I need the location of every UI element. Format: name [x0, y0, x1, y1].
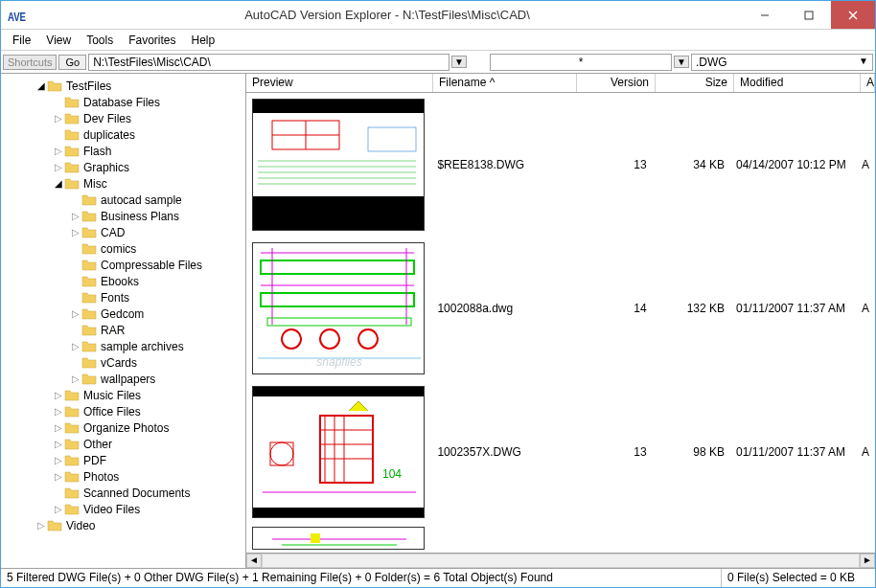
scroll-left-arrow[interactable]: ◄ [246, 554, 262, 568]
expand-arrow-icon[interactable]: ▷ [53, 455, 64, 465]
folder-icon [64, 145, 80, 158]
tree-item[interactable]: Compressable Files [1, 257, 245, 273]
path-input[interactable] [88, 54, 450, 71]
list-header: Preview Filename ^ Version Size Modified… [246, 74, 875, 93]
cell-size: 34 KB [653, 156, 730, 173]
status-selection: 0 File(s) Selected = 0 KB [722, 569, 875, 587]
tree-item[interactable]: ▷Other [1, 436, 245, 452]
app-icon: AVE [5, 8, 32, 23]
expand-arrow-icon[interactable]: ▷ [53, 406, 64, 417]
menu-favorites[interactable]: Favorites [121, 32, 183, 49]
menu-file[interactable]: File [5, 32, 38, 49]
expand-arrow-icon[interactable]: ◢ [35, 80, 47, 91]
cell-size: 98 KB [653, 443, 730, 461]
tree-item[interactable]: ▷Office Files [1, 403, 245, 419]
expand-arrow-icon[interactable]: ▷ [53, 113, 64, 124]
tree-item[interactable]: ▷Gedcom [1, 305, 245, 322]
menu-tools[interactable]: Tools [79, 32, 121, 49]
expand-arrow-icon[interactable]: ▷ [70, 308, 81, 319]
expand-arrow-icon[interactable]: ▷ [53, 439, 64, 449]
shortcuts-button[interactable]: Shortcuts [3, 55, 57, 70]
maximize-button[interactable] [787, 1, 831, 29]
filter-input[interactable] [490, 54, 672, 71]
tree-item[interactable]: ▷Video [1, 517, 245, 533]
col-version[interactable]: Version [577, 74, 656, 92]
file-row[interactable]: 1041002357X.DWG1398 KB01/11/2007 11:37 A… [246, 380, 875, 524]
expand-arrow-icon[interactable]: ▷ [53, 504, 64, 514]
tree-item[interactable]: RAR [1, 322, 245, 338]
tree-item[interactable]: ▷Organize Photos [1, 419, 245, 436]
cell-filename: 1002357X.DWG [431, 443, 574, 461]
tree-item[interactable]: ▷Music Files [1, 387, 245, 403]
menu-help[interactable]: Help [184, 32, 223, 49]
tree-item[interactable]: ▷Flash [1, 143, 245, 159]
tree-item[interactable]: ▷PDF [1, 452, 245, 468]
menubar: File View Tools Favorites Help [1, 30, 875, 51]
expand-arrow-icon[interactable]: ▷ [70, 341, 81, 351]
tree-item[interactable]: Scanned Documents [1, 485, 245, 501]
col-filename[interactable]: Filename ^ [433, 74, 577, 92]
scroll-right-arrow[interactable]: ► [860, 554, 875, 568]
tree-item[interactable]: duplicates [1, 126, 245, 143]
path-dropdown-arrow[interactable]: ▼ [451, 56, 467, 68]
svg-point-21 [320, 329, 339, 349]
tree-item[interactable]: ▷Business Plans [1, 208, 245, 224]
tree-item[interactable]: ▷Dev Files [1, 110, 245, 126]
list-body[interactable]: $REE8138.DWG1334 KB04/14/2007 10:12 PMAs… [246, 93, 875, 553]
file-row[interactable] [246, 524, 875, 553]
folder-icon [81, 210, 97, 223]
expand-arrow-icon[interactable]: ◢ [53, 178, 64, 189]
folder-tree[interactable]: ◢TestFilesDatabase Files▷Dev Filesduplic… [1, 74, 246, 568]
tree-item[interactable]: autocad sample [1, 192, 245, 208]
extension-dropdown[interactable]: .DWG ▼ [691, 54, 873, 71]
folder-icon [64, 438, 80, 451]
titlebar[interactable]: AVE AutoCAD Version Explorer - N:\TestFi… [1, 1, 875, 30]
expand-arrow-icon[interactable]: ▷ [53, 146, 64, 156]
tree-label: Organize Photos [81, 421, 169, 435]
file-list-pane: Preview Filename ^ Version Size Modified… [246, 74, 875, 568]
tree-item[interactable]: ▷CAD [1, 224, 245, 240]
tree-item[interactable]: ▷wallpapers [1, 371, 245, 387]
folder-icon [81, 242, 97, 256]
col-attributes[interactable]: Attribut [861, 74, 875, 92]
expand-arrow-icon[interactable]: ▷ [70, 227, 81, 237]
expand-arrow-icon[interactable]: ▷ [70, 373, 81, 384]
tree-item[interactable]: vCards [1, 354, 245, 371]
close-button[interactable] [831, 1, 875, 29]
expand-arrow-icon[interactable]: ▷ [53, 390, 64, 400]
expand-arrow-icon[interactable]: ▷ [70, 211, 81, 221]
go-button[interactable]: Go [58, 55, 86, 70]
tree-item[interactable]: ▷Video Files [1, 501, 245, 517]
tree-item[interactable]: comics [1, 240, 245, 257]
col-size[interactable]: Size [656, 74, 734, 92]
filter-dropdown-arrow[interactable]: ▼ [674, 56, 689, 68]
svg-text:snapfiles: snapfiles [316, 355, 361, 369]
scroll-track[interactable] [262, 554, 860, 568]
file-row[interactable]: $REE8138.DWG1334 KB04/14/2007 10:12 PMA [246, 93, 875, 237]
svg-rect-14 [261, 260, 414, 274]
tree-item[interactable]: ◢TestFiles [1, 78, 245, 94]
expand-arrow-icon[interactable]: ▷ [53, 162, 64, 172]
col-preview[interactable]: Preview [246, 74, 433, 92]
cell-attributes: A [856, 156, 875, 173]
expand-arrow-icon[interactable]: ▷ [35, 520, 47, 531]
tree-item[interactable]: Fonts [1, 289, 245, 305]
expand-arrow-icon[interactable]: ▷ [53, 471, 64, 482]
col-modified[interactable]: Modified [734, 74, 861, 92]
folder-icon [64, 405, 80, 418]
tree-item[interactable]: ▷sample archives [1, 338, 245, 354]
tree-item[interactable]: Ebooks [1, 273, 245, 289]
cell-modified: 01/11/2007 11:37 AM [730, 443, 856, 461]
file-row[interactable]: snapfiles1002088a.dwg14132 KB01/11/2007 … [246, 237, 875, 380]
folder-icon [64, 454, 80, 467]
tree-item[interactable]: ◢Misc [1, 175, 245, 192]
tree-item[interactable]: Database Files [1, 94, 245, 110]
menu-view[interactable]: View [38, 32, 79, 49]
expand-arrow-icon[interactable]: ▷ [53, 422, 64, 433]
tree-item[interactable]: ▷Graphics [1, 159, 245, 175]
svg-point-20 [282, 329, 301, 349]
tree-item[interactable]: ▷Photos [1, 468, 245, 485]
minimize-button[interactable] [743, 1, 787, 29]
horizontal-scrollbar[interactable]: ◄ ► [246, 553, 875, 568]
svg-rect-2 [805, 11, 813, 19]
